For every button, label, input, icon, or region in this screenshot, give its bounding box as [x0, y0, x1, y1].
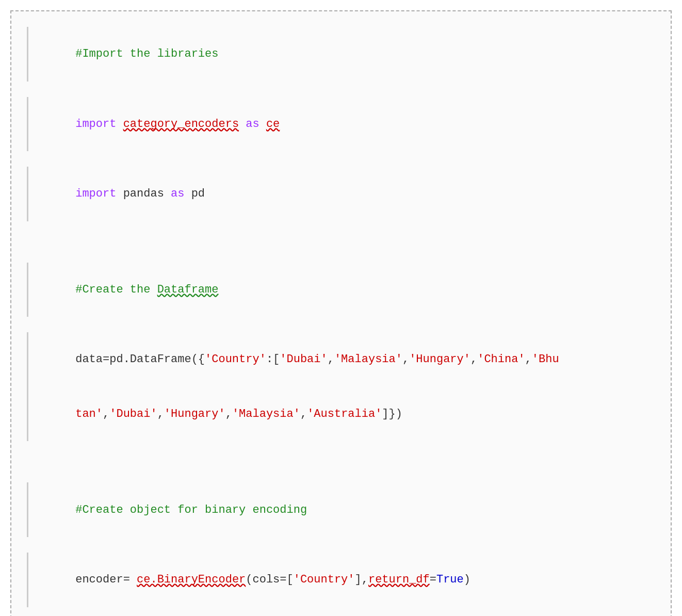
- comment-import-libraries: #Import the libraries: [27, 27, 660, 82]
- ce-binary-encoder: ce.BinaryEncoder: [137, 573, 246, 586]
- comment-create-dataframe: #Create the Dataframe: [27, 263, 660, 317]
- dataframe-line-2: tan','Dubai','Hungary','Malaysia','Austr…: [27, 387, 660, 442]
- as-keyword-1: as: [246, 118, 259, 131]
- open-paren-cols: (cols=[: [246, 573, 293, 586]
- country-col-val: 'Country': [294, 573, 355, 586]
- as-keyword-2: as: [171, 187, 184, 200]
- equals-sign: =: [430, 573, 436, 586]
- australia-val: 'Australia': [307, 408, 382, 420]
- comma5: ,: [103, 408, 109, 420]
- hungary-val-2: 'Hungary': [164, 408, 225, 420]
- close-paren: ): [464, 573, 470, 586]
- colon-bracket: :[: [266, 353, 280, 366]
- import-pandas: import pandas as pd: [27, 167, 660, 221]
- tan-val: tan': [75, 408, 103, 420]
- hungary-val: 'Hungary': [409, 353, 470, 366]
- comment-create-text: #Create the Dataframe: [75, 283, 218, 296]
- comma6: ,: [157, 408, 164, 420]
- comma1: ,: [328, 353, 334, 366]
- dubai-val-2: 'Dubai': [109, 408, 157, 420]
- dataframe-line-1: data=pd.DataFrame({'Country':['Dubai','M…: [27, 332, 660, 387]
- bhutan-val-part: 'Bhu: [532, 353, 559, 366]
- return-df-kwarg: return_df: [368, 573, 430, 586]
- encoder-line: encoder= ce.BinaryEncoder(cols=['Country…: [27, 553, 660, 607]
- dataframe-word: Dataframe: [157, 283, 219, 296]
- encoder-var: encoder=: [75, 573, 137, 586]
- close-bracket-comma: ],: [355, 573, 368, 586]
- true-val: True: [436, 573, 464, 586]
- comma7: ,: [225, 408, 232, 420]
- comma2: ,: [402, 353, 409, 366]
- malaysia-val-2: 'Malaysia': [232, 408, 300, 420]
- country-key: 'Country': [205, 353, 266, 366]
- close-brackets: ]}): [382, 408, 402, 420]
- comment-binary-encoding: #Create object for binary encoding: [27, 482, 660, 537]
- data-var-assign: data=pd.DataFrame({: [75, 353, 205, 366]
- module-category-encoders: category_encoders: [123, 118, 239, 131]
- comma3: ,: [470, 353, 477, 366]
- comment-encoder-text: #Create object for binary encoding: [75, 504, 307, 516]
- code-block: #Import the libraries import category_en…: [27, 27, 660, 616]
- import-keyword-1: import: [75, 118, 116, 131]
- alias-ce: ce: [266, 118, 280, 131]
- china-val: 'China': [477, 353, 525, 366]
- code-container: #Import the libraries import category_en…: [10, 10, 672, 616]
- comma4: ,: [525, 353, 532, 366]
- alias-pd: pd: [191, 187, 205, 200]
- comment-text: #Import the libraries: [75, 47, 218, 60]
- dubai-val: 'Dubai': [280, 353, 327, 366]
- import-category-encoders: import category_encoders as ce: [27, 97, 660, 152]
- malaysia-val: 'Malaysia': [334, 353, 402, 366]
- import-keyword-2: import: [75, 187, 116, 200]
- comma8: ,: [300, 408, 307, 420]
